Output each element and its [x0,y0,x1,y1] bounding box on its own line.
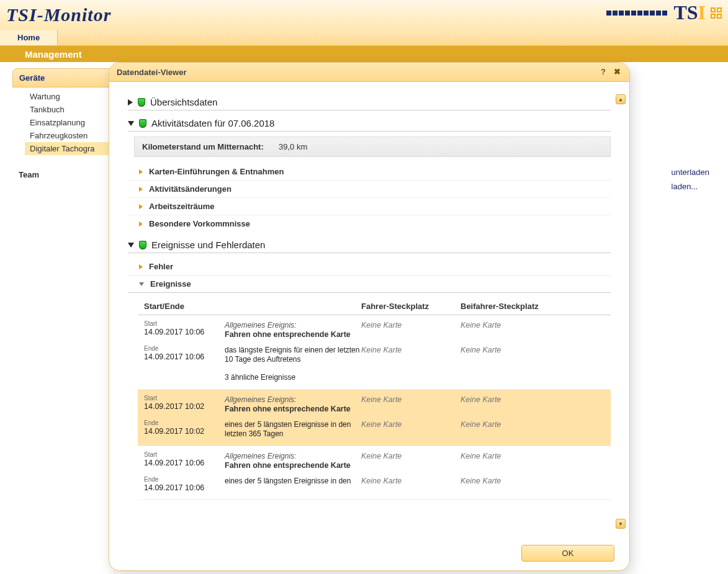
dialog-titlebar: Datendatei-Viewer ? ✖ [109,63,629,82]
sub-events-label: Ereignisse [150,279,191,289]
driver-slot-start: Keine Karte [361,452,402,460]
km-label: Kilometerstand um Mitternacht: [142,142,279,151]
triangle-down-icon [139,282,144,286]
event-type: Fahren ohne entsprechende Karte [225,330,351,339]
dialog-body: Übersichtsdaten Aktivitätsdaten für 07.0… [109,82,629,541]
triangle-right-icon [139,204,143,209]
scroll-up-icon[interactable]: ▲ [616,94,626,104]
sub-events-row[interactable]: Ereignisse [128,276,611,293]
codriver-slot-end: Keine Karte [461,477,501,485]
event-row[interactable]: Start14.09.2017 10:06Allgemeines Ereigni… [138,446,611,500]
event-type-label: Allgemeines Ereignis: [225,321,296,330]
app-header: TSI-Monitor TSI [0,0,728,30]
start-time: 14.09.2017 10:02 [144,402,204,411]
sidebar-group-geraete[interactable]: Geräte [12,68,114,87]
col-startend: Start/Ende [144,302,225,311]
event-note: eines der 5 längsten Ereignisse in den [225,477,351,485]
close-icon[interactable]: ✖ [612,67,622,77]
help-icon[interactable]: ? [598,67,608,77]
sidebar-item-einsatzplanung[interactable]: Einsatzplanung [25,116,114,129]
event-type: Fahren ohne entsprechende Karte [225,461,351,470]
sub-actchg-label: Aktivitätsänderungen [149,184,231,194]
event-row[interactable]: Start14.09.2017 10:06Allgemeines Ereigni… [138,315,611,390]
shield-icon [138,98,145,107]
sub-errors[interactable]: Fehler [128,258,611,276]
background-links: unterladen laden... [672,168,709,196]
start-time: 14.09.2017 10:06 [144,328,204,336]
management-bar: Management [0,46,728,62]
link-unterladen[interactable]: unterladen [672,168,709,177]
triangle-down-icon [128,243,134,248]
management-label: Management [25,49,82,60]
shield-icon [139,241,146,249]
sub-cards[interactable]: Karten-Einführungen & Entnahmen [128,163,611,181]
sidebar-item-fahrzeugkosten[interactable]: Fahrzeugkosten [25,129,114,142]
sidebar-group-team[interactable]: Team [19,170,114,179]
sidebar-item-wartung[interactable]: Wartung [25,90,114,103]
start-label: Start [144,320,225,327]
driver-slot-end: Keine Karte [361,346,402,354]
scroll-down-icon[interactable]: ▼ [616,519,626,529]
sub-work-periods[interactable]: Arbeitszeiträume [128,198,611,215]
events-table: Start/Ende Fahrer-Steckplatz Beifahrer-S… [138,295,611,500]
end-time: 14.09.2017 10:02 [144,427,204,436]
brand-decoration [606,11,667,16]
event-note: eines der 5 längsten Ereignisse in den l… [225,420,351,438]
event-type-label: Allgemeines Ereignis: [225,395,296,404]
end-label: Ende [144,345,225,352]
ok-button[interactable]: OK [521,545,614,562]
col-codriver: Beifahrer-Steckplatz [461,302,560,311]
driver-slot-start: Keine Karte [361,395,402,404]
app-logo: TSI-Monitor [6,4,111,25]
triangle-right-icon [139,264,143,269]
sub-special-label: Besondere Vorkommnisse [149,219,250,228]
section-overview-title: Übersichtsdaten [150,97,217,107]
sub-activity-changes[interactable]: Aktivitätsänderungen [128,181,611,198]
dialog-viewer: Datendatei-Viewer ? ✖ Übersichtsdaten [109,62,630,571]
event-note: das längste Ereignis für einen der letzt… [225,346,359,364]
sub-cards-label: Karten-Einführungen & Entnahmen [149,167,284,176]
codriver-slot-start: Keine Karte [461,452,501,460]
fullscreen-icon[interactable] [711,7,722,19]
header-right: TSI [606,1,722,24]
top-nav: Home [0,30,728,46]
end-label: Ende [144,476,225,483]
triangle-right-icon [139,169,143,174]
sidebar-item-tachograph[interactable]: Digitaler Tachogra [25,142,114,155]
end-time: 14.09.2017 10:06 [144,483,204,492]
event-row[interactable]: Start14.09.2017 10:02Allgemeines Ereigni… [138,390,611,446]
triangle-down-icon [128,121,134,126]
event-type-label: Allgemeines Ereignis: [225,452,296,460]
km-value: 39,0 km [279,142,307,151]
triangle-right-icon [139,222,143,226]
section-events-title: Ereignisse und Fehlerdaten [151,240,265,250]
col-driver: Fahrer-Steckplatz [361,302,461,311]
codriver-slot-end: Keine Karte [461,346,501,354]
km-box: Kilometerstand um Mitternacht: 39,0 km [134,137,611,157]
dialog-title: Datendatei-Viewer [117,68,186,77]
section-overview[interactable]: Übersichtsdaten [128,94,611,110]
codriver-slot-start: Keine Karte [461,395,501,404]
dialog-scrollbar[interactable]: ▲ ▼ [616,94,626,529]
similar-events: 3 ähnliche Ereignisse [225,373,295,382]
shield-icon [139,119,146,128]
section-activity[interactable]: Aktivitätsdaten für 07.06.2018 [128,115,611,132]
sub-special[interactable]: Besondere Vorkommnisse [128,215,611,232]
events-header: Start/Ende Fahrer-Steckplatz Beifahrer-S… [138,295,611,315]
start-label: Start [144,451,225,458]
section-events[interactable]: Ereignisse und Fehlerdaten [128,237,611,253]
end-label: Ende [144,419,225,426]
tab-home[interactable]: Home [0,30,58,45]
sub-workperiods-label: Arbeitszeiträume [149,202,214,211]
event-type: Fahren ohne entsprechende Karte [225,405,351,413]
link-laden[interactable]: laden... [672,182,709,191]
start-time: 14.09.2017 10:06 [144,459,204,467]
driver-slot-end: Keine Karte [361,477,402,485]
sidebar-item-tankbuch[interactable]: Tankbuch [25,103,114,116]
section-activity-title: Aktivitätsdaten für 07.06.2018 [151,118,274,128]
driver-slot-start: Keine Karte [361,321,402,330]
main-area: unterladen laden... Datendatei-Viewer ? … [115,62,728,574]
start-label: Start [144,395,225,401]
sidebar: Geräte Wartung Tankbuch Einsatzplanung F… [0,62,115,574]
end-time: 14.09.2017 10:06 [144,352,204,361]
